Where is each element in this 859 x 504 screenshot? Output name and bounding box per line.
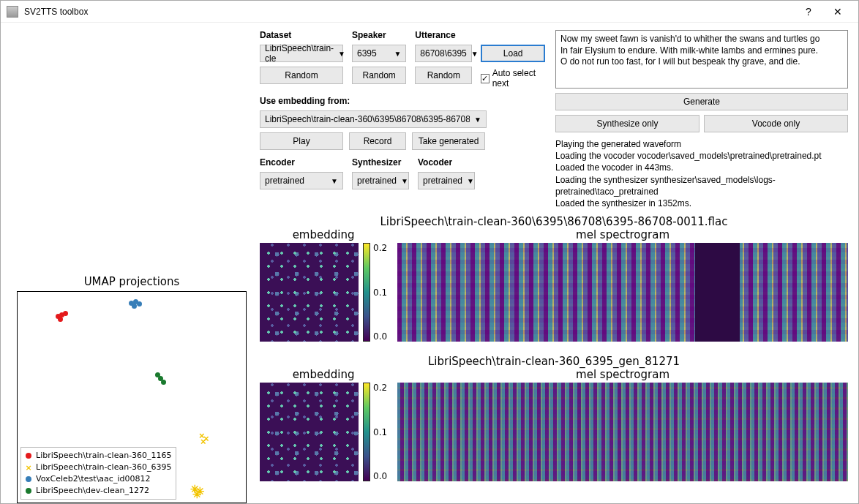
- mel-label: mel spectrogram: [576, 228, 669, 241]
- load-button[interactable]: Load: [481, 45, 545, 62]
- auto-select-checkbox[interactable]: ✓ Auto select next: [481, 68, 545, 89]
- chevron-down-icon: ▼: [474, 116, 481, 124]
- source-filepath-title: LibriSpeech\train-clean-360\6395\86708\6…: [260, 215, 848, 228]
- vocoder-label: Vocoder: [418, 157, 475, 168]
- checkbox-icon: ✓: [481, 74, 489, 83]
- use-embedding-label: Use embedding from:: [260, 96, 545, 106]
- utterance-random-button[interactable]: Random: [415, 67, 472, 84]
- legend-item: LibriSpeech\train-clean-360_1165: [25, 450, 172, 462]
- umap-point: [63, 311, 68, 316]
- umap-point: ✳: [192, 489, 202, 500]
- source-embedding-heatmap: [260, 243, 359, 342]
- record-button[interactable]: Record: [349, 132, 406, 150]
- utterance-select[interactable]: 86708\6395▼: [415, 45, 472, 62]
- embedding-select[interactable]: LibriSpeech\train-clean-360\6395\86708\6…: [260, 110, 487, 128]
- speaker-select[interactable]: 6395▼: [352, 45, 406, 62]
- dataset-select[interactable]: LibriSpeech\train-cle▼: [260, 45, 343, 62]
- umap-point: [58, 317, 63, 322]
- text-input[interactable]: Now my sweet fawn is vanish'd to whither…: [555, 30, 848, 89]
- window-title: SV2TTS toolbox: [24, 7, 794, 17]
- speaker-label: Speaker: [352, 30, 406, 40]
- chevron-down-icon: ▼: [338, 50, 345, 58]
- umap-panel: UMAP projections: [11, 275, 252, 503]
- chevron-down-icon: ▼: [401, 177, 408, 185]
- app-icon: [7, 6, 18, 18]
- take-generated-button[interactable]: Take generated: [412, 132, 485, 150]
- chevron-down-icon: ▼: [471, 50, 479, 58]
- umap-legend: LibriSpeech\train-clean-360_1165 ×LibriS…: [20, 447, 176, 500]
- legend-item: VoxCeleb2\test\aac_id00812: [25, 473, 172, 485]
- umap-point: [132, 304, 137, 309]
- synthesizer-select[interactable]: pretrained▼: [352, 172, 409, 189]
- synthesizer-label: Synthesizer: [352, 157, 409, 168]
- umap-plot: × × × ✳ ✳ ✳ LibriSpeech\train-clean-360_…: [17, 291, 247, 503]
- generated-filepath-title: LibriSpeech\train-clean-360_6395_gen_812…: [260, 355, 848, 368]
- encoder-label: Encoder: [260, 157, 343, 168]
- encoder-select[interactable]: pretrained▼: [260, 172, 343, 189]
- umap-point: [161, 380, 166, 385]
- legend-item: LibriSpeech\dev-clean_1272: [25, 485, 172, 497]
- vocoder-select[interactable]: pretrained▼: [418, 172, 475, 189]
- umap-title: UMAP projections: [11, 275, 252, 288]
- generated-embedding-heatmap: [260, 383, 359, 481]
- speaker-random-button[interactable]: Random: [352, 67, 406, 84]
- help-button[interactable]: ?: [794, 1, 823, 22]
- vocode-only-button[interactable]: Vocode only: [704, 115, 848, 132]
- chevron-down-icon: ▼: [331, 177, 338, 185]
- synthesize-only-button[interactable]: Synthesize only: [555, 115, 699, 132]
- generate-button[interactable]: Generate: [555, 93, 848, 110]
- generated-mel-spectrogram: [397, 383, 848, 481]
- log-output: Playing the generated waveform Loading t…: [555, 138, 848, 209]
- colorbar: 0.2 0.1 0.0: [363, 383, 387, 481]
- title-bar: SV2TTS toolbox ? ✕: [1, 1, 858, 23]
- mel-label: mel spectrogram: [576, 368, 669, 381]
- colorbar: 0.2 0.1 0.0: [363, 243, 387, 342]
- dataset-label: Dataset: [260, 30, 343, 40]
- chevron-down-icon: ▼: [394, 50, 401, 58]
- legend-item: ×LibriSpeech\train-clean-360_6395: [25, 462, 172, 473]
- umap-point: [137, 301, 142, 306]
- play-button[interactable]: Play: [260, 132, 343, 150]
- embedding-label: embedding: [293, 228, 355, 241]
- source-mel-spectrogram: [397, 243, 848, 342]
- utterance-label: Utterance: [415, 30, 472, 40]
- dataset-random-button[interactable]: Random: [260, 67, 343, 84]
- umap-point: ×: [200, 437, 206, 446]
- close-button[interactable]: ✕: [823, 1, 852, 22]
- embedding-label: embedding: [293, 368, 355, 381]
- chevron-down-icon: ▼: [467, 177, 474, 185]
